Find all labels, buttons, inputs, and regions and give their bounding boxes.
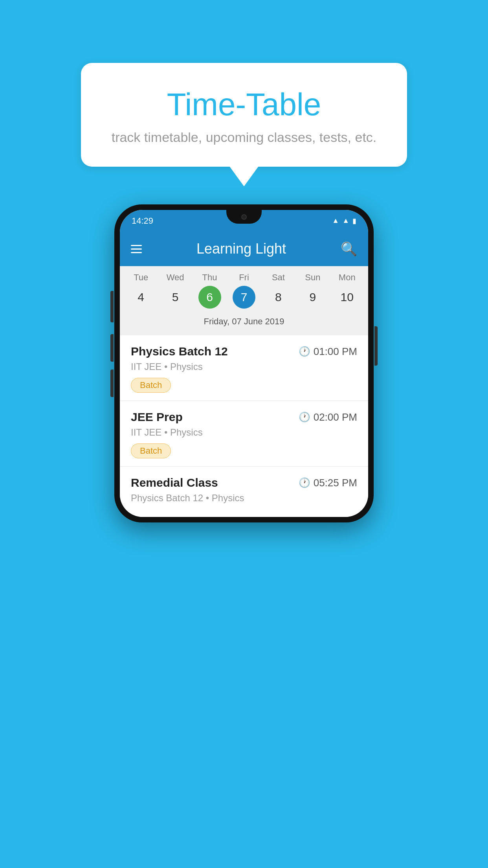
item-subtitle: IIT JEE • Physics [131,427,357,438]
signal-icon: ▲ [342,217,349,225]
time-value: 01:00 PM [314,346,357,358]
status-time: 14:29 [132,216,153,226]
item-title: Remedial Class [131,476,218,489]
day-col-sun[interactable]: Sun9 [297,272,328,309]
clock-icon: 🕐 [299,412,310,423]
day-col-wed[interactable]: Wed5 [160,272,191,309]
day-number[interactable]: 8 [267,286,290,309]
clock-icon: 🕐 [299,346,310,357]
day-label: Sat [272,272,285,283]
day-number[interactable]: 4 [130,286,152,309]
status-bar: 14:29 ▲ ▲ ▮ [120,210,368,232]
schedule-item[interactable]: Remedial Class🕐05:25 PMPhysics Batch 12 … [120,466,368,517]
day-col-thu[interactable]: Thu6 [194,272,226,309]
time-value: 05:25 PM [314,477,357,489]
app-bar-title: Learning Light [196,241,286,257]
app-bar: Learning Light 🔍 [120,232,368,266]
volume-down-button [110,370,114,397]
item-subtitle: IIT JEE • Physics [131,361,357,372]
item-header: Remedial Class🕐05:25 PM [131,476,357,489]
notch [226,210,262,224]
schedule-item[interactable]: JEE Prep🕐02:00 PMIIT JEE • PhysicsBatch [120,401,368,466]
days-row: Tue4Wed5Thu6Fri7Sat8Sun9Mon10 [124,272,364,309]
item-header: JEE Prep🕐02:00 PM [131,410,357,424]
clock-icon: 🕐 [299,477,310,488]
status-icons: ▲ ▲ ▮ [332,217,356,225]
bubble-subtitle: track timetable, upcoming classes, tests… [101,130,387,145]
phone-wrapper: 14:29 ▲ ▲ ▮ Learning Light 🔍 [79,204,409,522]
item-time: 🕐05:25 PM [299,477,357,489]
phone: 14:29 ▲ ▲ ▮ Learning Light 🔍 [114,204,374,522]
schedule-list: Physics Batch 12🕐01:00 PMIIT JEE • Physi… [120,335,368,517]
selected-date-label: Friday, 07 June 2019 [124,313,364,332]
speech-bubble-container: Time-Table track timetable, upcoming cla… [81,63,407,167]
day-label: Tue [134,272,148,283]
day-number[interactable]: 9 [301,286,324,309]
day-col-tue[interactable]: Tue4 [125,272,157,309]
time-value: 02:00 PM [314,411,357,423]
search-button[interactable]: 🔍 [341,241,357,257]
item-time: 🕐01:00 PM [299,346,357,358]
batch-badge: Batch [131,443,171,458]
day-label: Thu [202,272,217,283]
day-label: Mon [339,272,356,283]
item-title: JEE Prep [131,410,183,424]
day-col-sat[interactable]: Sat8 [262,272,294,309]
schedule-item[interactable]: Physics Batch 12🕐01:00 PMIIT JEE • Physi… [120,335,368,401]
item-title: Physics Batch 12 [131,345,228,358]
calendar-strip: Tue4Wed5Thu6Fri7Sat8Sun9Mon10 Friday, 07… [120,266,368,335]
day-number[interactable]: 6 [198,286,221,309]
camera [241,214,247,220]
item-header: Physics Batch 12🕐01:00 PM [131,345,357,358]
day-number[interactable]: 7 [233,286,255,309]
hamburger-menu-button[interactable] [131,245,142,253]
day-label: Sun [305,272,320,283]
day-label: Wed [167,272,184,283]
bubble-title: Time-Table [101,86,387,123]
item-subtitle: Physics Batch 12 • Physics [131,493,357,504]
day-number[interactable]: 5 [164,286,187,309]
phone-screen: 14:29 ▲ ▲ ▮ Learning Light 🔍 [120,210,368,517]
speech-bubble: Time-Table track timetable, upcoming cla… [81,63,407,167]
day-number[interactable]: 10 [336,286,358,309]
item-time: 🕐02:00 PM [299,411,357,423]
batch-badge: Batch [131,378,171,393]
day-col-mon[interactable]: Mon10 [331,272,363,309]
volume-up-button [110,334,114,362]
day-label: Fri [239,272,249,283]
power-button [374,326,378,366]
day-col-fri[interactable]: Fri7 [228,272,260,309]
wifi-icon: ▲ [332,217,339,225]
battery-icon: ▮ [352,217,356,225]
